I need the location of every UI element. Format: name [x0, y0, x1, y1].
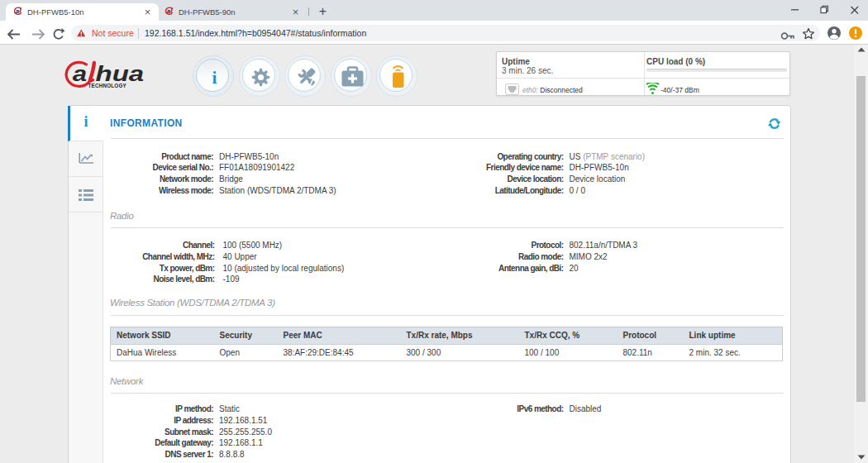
- svg-text:a: a: [167, 7, 170, 15]
- svg-text:TECHNOLOGY: TECHNOLOGY: [88, 83, 127, 88]
- svg-text:a: a: [16, 7, 19, 15]
- svg-text:a: a: [73, 62, 87, 86]
